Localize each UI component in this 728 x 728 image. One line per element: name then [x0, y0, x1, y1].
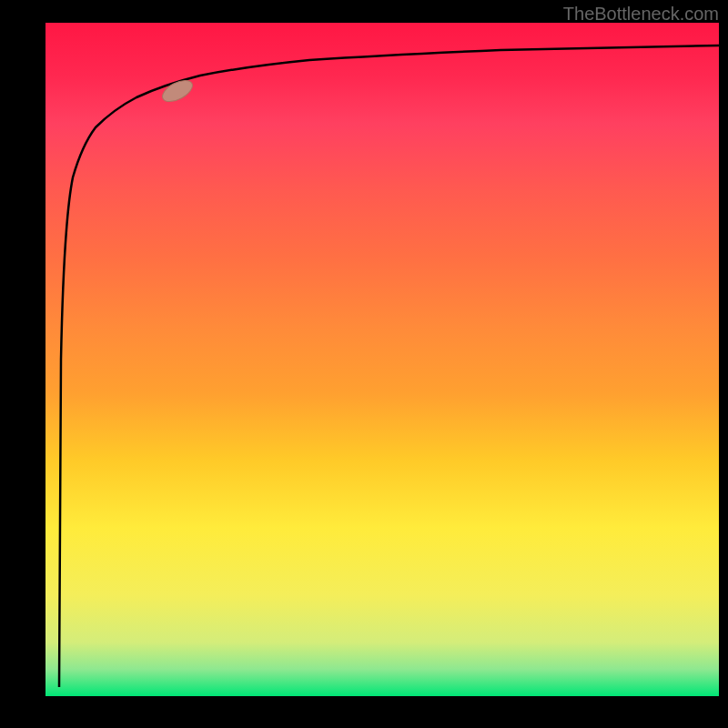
watermark-text: TheBottleneck.com — [563, 4, 719, 25]
chart-marker — [159, 76, 196, 106]
chart-plot-area — [46, 23, 719, 696]
chart-curve-path — [59, 46, 719, 687]
chart-curve-svg — [46, 23, 719, 696]
